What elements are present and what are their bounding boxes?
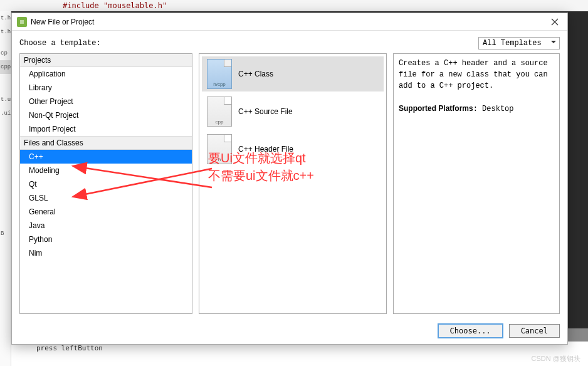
category-item[interactable]: Library [20, 81, 192, 95]
file-type-item[interactable]: h/cppC++ Class [202, 56, 384, 92]
file-type-label: C++ Header File [238, 145, 293, 154]
code-line: #include "mouselable.h" [63, 1, 167, 10]
close-icon [551, 18, 559, 26]
category-header: Files and Classes [20, 136, 192, 150]
choose-button[interactable]: Choose... [438, 324, 503, 338]
dialog-title: New File or Project [31, 18, 547, 26]
filter-value: All Templates [483, 39, 542, 48]
close-button[interactable] [547, 14, 562, 29]
file-type-label: C++ Source File [238, 107, 293, 116]
file-type-list[interactable]: h/cppC++ ClasscppC++ Source FilehC++ Hea… [199, 53, 387, 314]
dialog-titlebar: New File or Project [12, 13, 567, 31]
file-icon: cpp [207, 97, 232, 127]
category-item[interactable]: General [20, 205, 192, 219]
category-item[interactable]: Non-Qt Project [20, 108, 192, 122]
cancel-button[interactable]: Cancel [509, 324, 560, 338]
prompt-row: Choose a template: All Templates [12, 31, 567, 53]
category-item[interactable]: Import Project [20, 122, 192, 136]
editor-sidebar: t.h t.h cp cpp t.ui .ui B [0, 11, 11, 366]
watermark: CSDN @獲钥块 [532, 354, 580, 363]
filter-combobox[interactable]: All Templates [478, 37, 560, 50]
category-item[interactable]: Nim [20, 246, 192, 260]
editor-background: #include "mouselable.h" [0, 0, 588, 11]
new-file-dialog: New File or Project Choose a template: A… [11, 13, 568, 345]
file-type-label: C++ Class [238, 70, 273, 78]
category-item[interactable]: GLSL [20, 191, 192, 205]
supported-platforms: Supported Platforms: Desktop [399, 103, 554, 115]
file-type-item[interactable]: hC++ Header File [202, 132, 384, 167]
qt-creator-icon [17, 17, 27, 27]
category-item[interactable]: C++ [20, 150, 192, 164]
editor-output: press leftButton [11, 341, 588, 366]
panels: ProjectsApplicationLibraryOther ProjectN… [12, 53, 567, 319]
file-icon: h [207, 134, 232, 164]
category-item[interactable]: Modeling [20, 164, 192, 177]
description-text: Creates a C++ header and a source file f… [399, 58, 554, 92]
file-icon: h/cpp [207, 59, 232, 89]
category-item[interactable]: Other Project [20, 95, 192, 108]
description-panel: Creates a C++ header and a source file f… [393, 53, 560, 314]
category-item[interactable]: Qt [20, 177, 192, 191]
file-type-item[interactable]: cppC++ Source File [202, 94, 384, 129]
category-item[interactable]: Java [20, 219, 192, 233]
category-item[interactable]: Python [20, 233, 192, 246]
prompt-label: Choose a template: [19, 39, 478, 48]
button-row: Choose... Cancel [12, 319, 567, 344]
category-item[interactable]: Application [20, 67, 192, 81]
category-header: Projects [20, 54, 192, 67]
category-list[interactable]: ProjectsApplicationLibraryOther ProjectN… [19, 53, 192, 314]
